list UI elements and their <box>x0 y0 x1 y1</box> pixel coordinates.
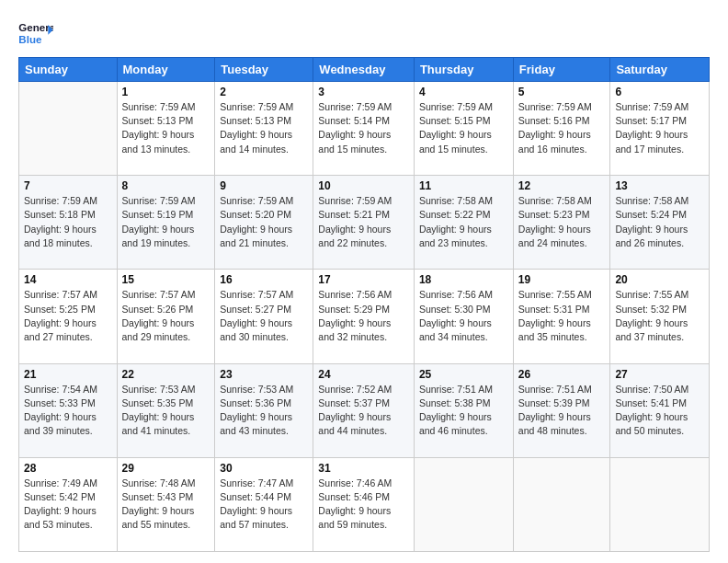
day-info: Sunrise: 7:54 AM Sunset: 5:33 PM Dayligh… <box>24 383 112 439</box>
day-number: 19 <box>518 273 606 286</box>
calendar-cell: 24Sunrise: 7:52 AM Sunset: 5:37 PM Dayli… <box>313 363 415 457</box>
day-info: Sunrise: 7:56 AM Sunset: 5:30 PM Dayligh… <box>419 288 508 344</box>
day-info: Sunrise: 7:50 AM Sunset: 5:41 PM Dayligh… <box>615 383 704 439</box>
svg-text:Blue: Blue <box>18 34 42 45</box>
calendar-cell: 10Sunrise: 7:59 AM Sunset: 5:21 PM Dayli… <box>313 176 415 270</box>
calendar-week-row: 21Sunrise: 7:54 AM Sunset: 5:33 PM Dayli… <box>19 363 710 457</box>
day-info: Sunrise: 7:46 AM Sunset: 5:46 PM Dayligh… <box>318 477 409 533</box>
day-number: 24 <box>318 368 409 381</box>
calendar-cell: 22Sunrise: 7:53 AM Sunset: 5:35 PM Dayli… <box>117 363 215 457</box>
day-number: 15 <box>122 273 210 286</box>
weekday-header-sunday: Sunday <box>19 58 118 82</box>
day-number: 8 <box>122 179 210 192</box>
day-number: 10 <box>318 179 409 192</box>
day-number: 18 <box>419 273 508 286</box>
day-info: Sunrise: 7:53 AM Sunset: 5:35 PM Dayligh… <box>122 383 210 439</box>
day-number: 3 <box>318 86 409 98</box>
day-info: Sunrise: 7:59 AM Sunset: 5:15 PM Dayligh… <box>419 100 508 156</box>
calendar-cell: 13Sunrise: 7:58 AM Sunset: 5:24 PM Dayli… <box>610 176 710 270</box>
calendar-cell: 15Sunrise: 7:57 AM Sunset: 5:26 PM Dayli… <box>117 270 215 363</box>
calendar-cell: 29Sunrise: 7:48 AM Sunset: 5:43 PM Dayli… <box>117 457 215 551</box>
day-number: 6 <box>615 86 704 98</box>
day-info: Sunrise: 7:59 AM Sunset: 5:17 PM Dayligh… <box>615 100 704 156</box>
calendar-cell: 20Sunrise: 7:55 AM Sunset: 5:32 PM Dayli… <box>610 270 710 363</box>
day-number: 31 <box>318 462 409 475</box>
day-number: 17 <box>318 273 409 286</box>
day-number: 13 <box>615 179 704 192</box>
day-number: 21 <box>24 368 112 381</box>
calendar-cell: 26Sunrise: 7:51 AM Sunset: 5:39 PM Dayli… <box>513 363 610 457</box>
day-info: Sunrise: 7:58 AM Sunset: 5:24 PM Dayligh… <box>615 194 704 250</box>
calendar-cell: 19Sunrise: 7:55 AM Sunset: 5:31 PM Dayli… <box>513 270 610 363</box>
calendar-cell: 23Sunrise: 7:53 AM Sunset: 5:36 PM Dayli… <box>215 363 313 457</box>
calendar-cell <box>19 82 118 176</box>
day-info: Sunrise: 7:58 AM Sunset: 5:23 PM Dayligh… <box>518 194 606 250</box>
calendar-cell: 28Sunrise: 7:49 AM Sunset: 5:42 PM Dayli… <box>19 457 118 551</box>
calendar-cell: 12Sunrise: 7:58 AM Sunset: 5:23 PM Dayli… <box>513 176 610 270</box>
page-header: General Blue <box>18 15 710 48</box>
day-number: 5 <box>518 86 606 98</box>
day-number: 1 <box>122 86 210 98</box>
logo-icon: General Blue <box>18 18 53 48</box>
day-number: 22 <box>122 368 210 381</box>
calendar-cell: 2Sunrise: 7:59 AM Sunset: 5:13 PM Daylig… <box>215 82 313 176</box>
day-info: Sunrise: 7:56 AM Sunset: 5:29 PM Dayligh… <box>318 288 409 344</box>
calendar-cell: 7Sunrise: 7:59 AM Sunset: 5:18 PM Daylig… <box>19 176 118 270</box>
weekday-header-monday: Monday <box>117 58 215 82</box>
calendar-cell <box>513 457 610 551</box>
day-info: Sunrise: 7:59 AM Sunset: 5:16 PM Dayligh… <box>518 100 606 156</box>
day-info: Sunrise: 7:51 AM Sunset: 5:39 PM Dayligh… <box>518 383 606 439</box>
day-number: 16 <box>220 273 308 286</box>
day-info: Sunrise: 7:57 AM Sunset: 5:26 PM Dayligh… <box>122 288 210 344</box>
day-number: 14 <box>24 273 112 286</box>
calendar-cell <box>610 457 710 551</box>
weekday-header-friday: Friday <box>513 58 610 82</box>
weekday-header-saturday: Saturday <box>610 58 710 82</box>
day-info: Sunrise: 7:59 AM Sunset: 5:13 PM Dayligh… <box>122 100 210 156</box>
calendar-cell: 17Sunrise: 7:56 AM Sunset: 5:29 PM Dayli… <box>313 270 415 363</box>
day-number: 25 <box>419 368 508 381</box>
weekday-header-row: SundayMondayTuesdayWednesdayThursdayFrid… <box>19 58 710 82</box>
calendar-cell: 25Sunrise: 7:51 AM Sunset: 5:38 PM Dayli… <box>414 363 513 457</box>
calendar-cell: 11Sunrise: 7:58 AM Sunset: 5:22 PM Dayli… <box>414 176 513 270</box>
calendar-cell: 5Sunrise: 7:59 AM Sunset: 5:16 PM Daylig… <box>513 82 610 176</box>
calendar-cell: 14Sunrise: 7:57 AM Sunset: 5:25 PM Dayli… <box>19 270 118 363</box>
day-number: 20 <box>615 273 704 286</box>
calendar-cell: 16Sunrise: 7:57 AM Sunset: 5:27 PM Dayli… <box>215 270 313 363</box>
day-info: Sunrise: 7:55 AM Sunset: 5:32 PM Dayligh… <box>615 288 704 344</box>
day-info: Sunrise: 7:59 AM Sunset: 5:19 PM Dayligh… <box>122 194 210 250</box>
weekday-header-wednesday: Wednesday <box>313 58 415 82</box>
calendar-week-row: 14Sunrise: 7:57 AM Sunset: 5:25 PM Dayli… <box>19 270 710 363</box>
day-number: 7 <box>24 179 112 192</box>
calendar-cell: 27Sunrise: 7:50 AM Sunset: 5:41 PM Dayli… <box>610 363 710 457</box>
day-info: Sunrise: 7:59 AM Sunset: 5:18 PM Dayligh… <box>24 194 112 250</box>
day-number: 9 <box>220 179 308 192</box>
calendar-cell: 1Sunrise: 7:59 AM Sunset: 5:13 PM Daylig… <box>117 82 215 176</box>
calendar-cell: 31Sunrise: 7:46 AM Sunset: 5:46 PM Dayli… <box>313 457 415 551</box>
calendar-week-row: 1Sunrise: 7:59 AM Sunset: 5:13 PM Daylig… <box>19 82 710 176</box>
calendar-cell: 8Sunrise: 7:59 AM Sunset: 5:19 PM Daylig… <box>117 176 215 270</box>
calendar-cell: 3Sunrise: 7:59 AM Sunset: 5:14 PM Daylig… <box>313 82 415 176</box>
day-number: 11 <box>419 179 508 192</box>
day-info: Sunrise: 7:55 AM Sunset: 5:31 PM Dayligh… <box>518 288 606 344</box>
day-number: 26 <box>518 368 606 381</box>
day-info: Sunrise: 7:48 AM Sunset: 5:43 PM Dayligh… <box>122 477 210 533</box>
day-info: Sunrise: 7:47 AM Sunset: 5:44 PM Dayligh… <box>220 477 308 533</box>
calendar-table: SundayMondayTuesdayWednesdayThursdayFrid… <box>18 57 710 552</box>
calendar-cell: 30Sunrise: 7:47 AM Sunset: 5:44 PM Dayli… <box>215 457 313 551</box>
day-number: 28 <box>24 462 112 475</box>
calendar-cell: 4Sunrise: 7:59 AM Sunset: 5:15 PM Daylig… <box>414 82 513 176</box>
day-info: Sunrise: 7:57 AM Sunset: 5:27 PM Dayligh… <box>220 288 308 344</box>
calendar-week-row: 28Sunrise: 7:49 AM Sunset: 5:42 PM Dayli… <box>19 457 710 551</box>
day-info: Sunrise: 7:59 AM Sunset: 5:21 PM Dayligh… <box>318 194 409 250</box>
calendar-week-row: 7Sunrise: 7:59 AM Sunset: 5:18 PM Daylig… <box>19 176 710 270</box>
day-info: Sunrise: 7:49 AM Sunset: 5:42 PM Dayligh… <box>24 477 112 533</box>
day-info: Sunrise: 7:52 AM Sunset: 5:37 PM Dayligh… <box>318 383 409 439</box>
day-number: 30 <box>220 462 308 475</box>
calendar-cell: 9Sunrise: 7:59 AM Sunset: 5:20 PM Daylig… <box>215 176 313 270</box>
calendar-cell: 21Sunrise: 7:54 AM Sunset: 5:33 PM Dayli… <box>19 363 118 457</box>
day-info: Sunrise: 7:59 AM Sunset: 5:14 PM Dayligh… <box>318 100 409 156</box>
day-info: Sunrise: 7:59 AM Sunset: 5:13 PM Dayligh… <box>220 100 308 156</box>
day-number: 27 <box>615 368 704 381</box>
day-info: Sunrise: 7:58 AM Sunset: 5:22 PM Dayligh… <box>419 194 508 250</box>
